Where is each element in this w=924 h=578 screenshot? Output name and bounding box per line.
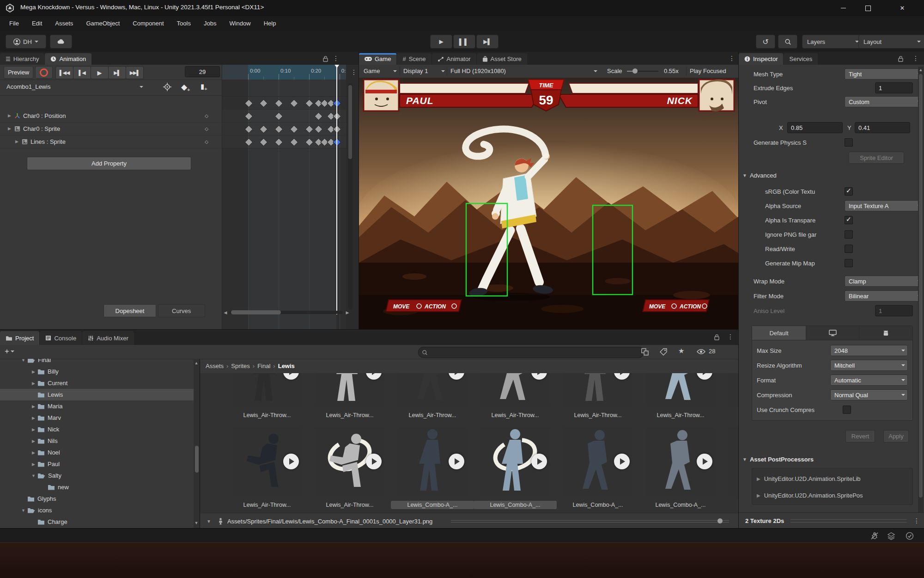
track-add-key-icon[interactable]: ◇ — [205, 113, 208, 118]
step-button[interactable]: ▶▌ — [476, 35, 498, 49]
sprite-editor-button[interactable]: Sprite Editor — [849, 152, 904, 164]
pause-button[interactable]: ▌▌ — [453, 35, 475, 49]
mesh-type-dropdown[interactable]: Tight — [845, 68, 918, 80]
tab-scene[interactable]: #Scene — [397, 53, 431, 65]
use-crunch-checkbox[interactable] — [843, 406, 851, 414]
minimize-button[interactable] — [833, 0, 854, 16]
anim-track-2[interactable]: ▶ Lines : Sprite ◇ — [0, 135, 221, 148]
platform-tab-default[interactable]: Default — [752, 326, 806, 340]
tree-item-icons[interactable]: ▼ icons — [0, 504, 194, 516]
tree-item-current[interactable]: ▶ Current — [0, 377, 194, 389]
platform-tab-standalone[interactable] — [806, 326, 859, 340]
max-size-dropdown[interactable]: 2048 — [830, 345, 908, 356]
thumbnail-size-slider[interactable] — [451, 520, 729, 523]
scale-slider-knob[interactable] — [632, 68, 638, 74]
track-add-key-icon[interactable]: ◇ — [205, 126, 208, 131]
alpha-source-dropdown[interactable]: Input Texture A — [845, 200, 918, 211]
dopesheet-vscrollbar[interactable] — [348, 85, 352, 159]
game-viewport[interactable]: PAUL NICK TIME 59 — [359, 78, 739, 329]
asset-label[interactable]: Lewis_Combo-A_... — [391, 501, 474, 509]
advanced-foldout[interactable]: ▼Advanced — [742, 172, 777, 179]
platform-tab-android[interactable] — [859, 326, 912, 340]
play-focused-dropdown[interactable]: Play Focused — [690, 68, 726, 74]
project-search-input[interactable] — [418, 347, 644, 358]
thumbnail-size-knob[interactable] — [717, 518, 723, 523]
tree-item-nick[interactable]: ▶ Nick — [0, 424, 194, 435]
activity-check-icon[interactable] — [906, 532, 914, 540]
tree-item-paul[interactable]: ▶ Paul — [0, 458, 194, 470]
dopesheet-menu-icon[interactable]: ⋮ — [351, 68, 357, 76]
game-view-dropdown[interactable]: Game — [364, 68, 397, 74]
resolution-dropdown[interactable]: Full HD (1920x1080) — [450, 68, 597, 74]
read-write-checkbox[interactable] — [845, 245, 853, 253]
asset-thumbnail[interactable] — [729, 427, 738, 496]
postprocessor-item[interactable]: ▶UnityEditor.U2D.Animation.SpriteLib — [757, 471, 912, 486]
tree-item-nils[interactable]: ▶ Nils — [0, 435, 194, 447]
footer-menu-icon[interactable]: ⋮ — [913, 517, 920, 524]
tree-item-marv[interactable]: ▶ Marv — [0, 412, 194, 424]
inspector-lock-icon[interactable] — [898, 55, 904, 62]
play-preview-button[interactable] — [614, 454, 630, 469]
menu-help[interactable]: Help — [257, 16, 283, 31]
display-dropdown[interactable]: Display 1 — [403, 68, 445, 74]
debugger-disabled-icon[interactable] — [870, 532, 879, 540]
panel-menu-icon[interactable]: ⋮ — [333, 55, 339, 62]
collapse-preview-icon[interactable]: ▼ — [207, 519, 211, 524]
lock-icon[interactable] — [322, 55, 328, 62]
track-add-key-icon[interactable]: ◇ — [205, 139, 208, 144]
account-button[interactable]: DH — [6, 35, 46, 49]
asset-label[interactable]: Lewis_Air-Throw... — [639, 411, 722, 419]
menu-assets[interactable]: Assets — [49, 16, 79, 31]
favorites-star-icon[interactable]: ★ — [678, 347, 684, 355]
tab-animator[interactable]: Animator — [432, 53, 476, 65]
play-preview-button[interactable] — [366, 454, 382, 469]
asset-label[interactable]: Lewis_Air-Throw... — [722, 411, 738, 419]
postprocessor-item[interactable]: ▶UnityEditor.U2D.Animation.SpritePos — [757, 488, 912, 503]
tree-item-glyphs[interactable]: Glyphs — [0, 493, 194, 504]
asset-label[interactable]: Lewis_Air-Throw... — [225, 411, 309, 419]
tree-item-lewis[interactable]: Lewis — [0, 389, 194, 400]
tab-game[interactable]: Game — [359, 53, 396, 65]
wrap-mode-dropdown[interactable]: Clamp — [845, 276, 918, 287]
filter-mode-dropdown[interactable]: Bilinear — [845, 290, 918, 301]
search-by-label-icon[interactable] — [660, 348, 668, 356]
layers-dropdown[interactable]: Layers — [802, 35, 864, 49]
scale-slider[interactable] — [627, 71, 658, 72]
project-menu-icon[interactable]: ⋮ — [727, 333, 734, 340]
aniso-level-field[interactable]: 1 — [875, 305, 913, 316]
menu-tools[interactable]: Tools — [170, 16, 197, 31]
compression-dropdown[interactable]: Normal Qual — [830, 389, 908, 400]
asset-label[interactable]: Lewis_Air-Throw... — [308, 411, 391, 419]
play-preview-button[interactable] — [283, 454, 299, 469]
tree-item-noel[interactable]: ▶ Noel — [0, 447, 194, 458]
play-preview-button[interactable] — [449, 454, 464, 469]
maximize-button[interactable] — [857, 0, 879, 16]
tree-item-final[interactable]: ▼ Final — [0, 359, 194, 366]
tree-item-charge[interactable]: Charge — [0, 516, 194, 528]
search-by-type-icon[interactable] — [641, 348, 649, 356]
asset-thumbnail[interactable] — [729, 373, 738, 406]
tab-console[interactable]: Console — [40, 331, 82, 345]
menu-window[interactable]: Window — [223, 16, 257, 31]
asset-label[interactable]: Lewis_Air-Throw... — [556, 411, 639, 419]
asset-label[interactable]: Lewis_Combo-A_... — [639, 501, 722, 509]
cloud-button[interactable] — [50, 35, 72, 49]
generate-physics-checkbox[interactable] — [845, 138, 853, 147]
extrude-edges-field[interactable]: 1 — [875, 82, 913, 93]
apply-button[interactable]: Apply — [883, 430, 909, 443]
play-preview-button[interactable] — [531, 454, 547, 469]
pivot-dropdown[interactable]: Custom — [845, 96, 918, 107]
generate-mipmap-checkbox[interactable] — [845, 259, 853, 267]
game-panel-menu-icon[interactable]: ⋮ — [729, 55, 735, 62]
alpha-transparency-checkbox[interactable] — [845, 216, 853, 224]
asset-label[interactable]: Lewis_Combo-A_... — [556, 501, 639, 509]
resize-algorithm-dropdown[interactable]: Mitchell — [830, 360, 908, 371]
playhead[interactable] — [336, 65, 337, 314]
create-asset-button[interactable]: + — [5, 347, 14, 356]
curves-toggle[interactable]: Curves — [158, 304, 205, 317]
cache-server-icon[interactable] — [887, 532, 895, 540]
menu-component[interactable]: Component — [126, 16, 170, 31]
pivot-y-field[interactable]: 0.41 — [855, 122, 910, 133]
anim-track-1[interactable]: ▶ Char0 : Sprite ◇ — [0, 122, 221, 135]
tab-asset-store[interactable]: Asset Store — [477, 53, 527, 65]
